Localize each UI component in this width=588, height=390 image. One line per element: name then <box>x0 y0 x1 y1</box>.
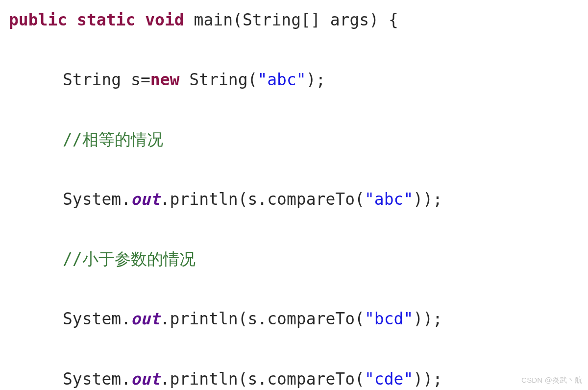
system-prefix-2: System. <box>63 309 131 328</box>
comment-line-1: //相等的情况 <box>9 124 588 154</box>
println-line-1: System.out.println(s.compareTo("abc")); <box>9 184 588 214</box>
system-prefix-3: System. <box>63 369 131 389</box>
comment-equal: //相等的情况 <box>63 130 163 149</box>
comment-line-2: //小于参数的情况 <box>9 244 588 274</box>
println-open-3: .println(s.compareTo( <box>160 369 365 389</box>
println-open-2: .println(s.compareTo( <box>160 309 365 328</box>
decl-close: ); <box>306 70 326 89</box>
method-signature-line: public static void main(String[] args) { <box>9 5 588 35</box>
keyword-new: new <box>150 70 180 89</box>
keyword-public: public <box>9 10 67 29</box>
code-snippet: public static void main(String[] args) {… <box>9 5 588 390</box>
out-field-2: out <box>131 309 160 328</box>
println-line-3: System.out.println(s.compareTo("cde")); <box>9 364 588 390</box>
decl-suffix: String( <box>179 70 257 89</box>
string-literal-abc: "abc" <box>257 70 306 89</box>
string-literal-cde: "cde" <box>365 369 413 389</box>
println-line-2: System.out.println(s.compareTo("bcd")); <box>9 304 588 334</box>
out-field: out <box>131 190 160 209</box>
out-field-3: out <box>131 369 160 389</box>
keyword-void: void <box>145 10 184 29</box>
println-close: )); <box>413 190 442 209</box>
string-literal-bcd: "bcd" <box>365 309 413 328</box>
declaration-line: String s=new String("abc"); <box>9 65 588 95</box>
system-prefix: System. <box>63 190 131 209</box>
watermark-label: CSDN @炎武丶航 <box>521 373 582 387</box>
println-open: .println(s.compareTo( <box>160 190 365 209</box>
comment-less: //小于参数的情况 <box>63 249 196 268</box>
println-close-3: )); <box>413 369 442 389</box>
decl-prefix: String s= <box>63 70 150 89</box>
keyword-static: static <box>77 10 135 29</box>
method-signature: main(String[] args) { <box>184 10 398 29</box>
println-close-2: )); <box>413 309 442 328</box>
string-literal-abc2: "abc" <box>365 190 413 209</box>
